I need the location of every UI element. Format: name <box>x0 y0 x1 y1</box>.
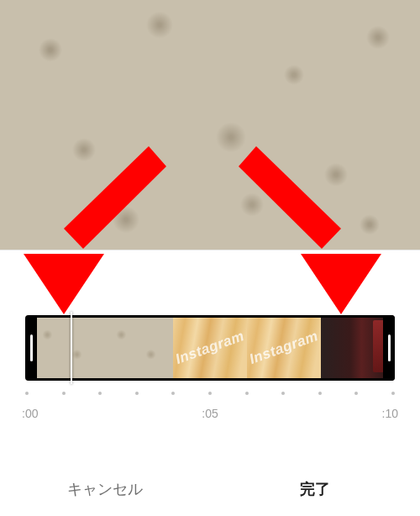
time-start: :00 <box>22 407 38 420</box>
trim-handle-right[interactable] <box>383 315 395 381</box>
thumbnail <box>99 315 173 381</box>
done-button[interactable]: 完了 <box>210 462 420 516</box>
playhead[interactable] <box>71 312 72 384</box>
thumbnail-strip: Instagram Instagram <box>25 315 395 381</box>
thumbnail: Instagram <box>173 315 247 381</box>
timeline-ticks <box>25 392 395 395</box>
time-labels: :00 :05 :10 <box>22 407 398 420</box>
video-preview[interactable] <box>0 0 420 250</box>
button-bar: キャンセル 完了 <box>0 462 420 516</box>
time-end: :10 <box>382 407 398 420</box>
trim-editor: Instagram Instagram :00 :05 :10 キャンセル 完了 <box>0 250 420 516</box>
cancel-button[interactable]: キャンセル <box>0 462 210 516</box>
trim-handle-left[interactable] <box>25 315 37 381</box>
thumbnail: Instagram <box>247 315 321 381</box>
timeline[interactable]: Instagram Instagram <box>25 315 395 381</box>
time-mid: :05 <box>202 407 218 420</box>
